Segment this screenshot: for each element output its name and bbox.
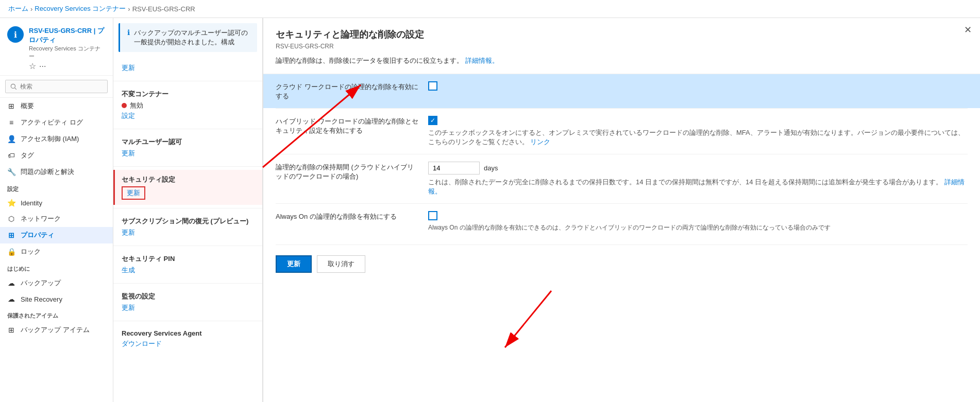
dialog-close-button[interactable]: ✕ [964,24,972,36]
recovery-agent-link[interactable]: ダウンロード [122,339,254,348]
cancel-button[interactable]: 取り消す [317,255,365,273]
network-icon: ⬡ [7,215,15,223]
info-banner: ℹ バックアップのマルチユーザー認可の一般提供が開始されました。構成 [119,23,257,52]
cloud-soft-delete-label: クラウド ワークロードの論理的な削除を有効にする [276,81,420,101]
site-recovery-icon: ☁ [7,295,15,303]
sidebar: ℹ RSV-EUS-GRS-CRR | プロパティ Recovery Servi… [0,18,113,402]
multi-user-title: マルチユーザー認可 [122,137,254,147]
info-text: バックアップのマルチユーザー認可の一般提供が開始されました。構成 [134,28,250,47]
dialog-row-cloud-soft-delete: クラウド ワークロードの論理的な削除を有効にする [263,74,980,108]
days-row: days [428,162,968,174]
dialog-detail-link[interactable]: 詳細情報。 [465,57,499,64]
top-update-link[interactable]: 更新 [122,63,254,73]
sidebar-actions: ☆ ··· [29,61,106,71]
retention-control: days これは、削除されたデータが完全に削除されるまでの保持日数です。14 日… [428,162,968,196]
resource-icon: ℹ [7,26,24,43]
section-settings-label: 設定 [0,180,113,195]
lock-icon: 🔒 [7,248,15,256]
security-pin-title: セキュリティ PIN [122,254,254,264]
breadcrumb-container[interactable]: Recovery Services コンテナー [35,4,126,13]
backup-items-icon: ⊞ [7,326,15,334]
update-button[interactable]: 更新 [276,255,312,273]
dialog-row-hybrid: ハイブリッド ワークロードの論理的な削除とセキュリティ設定を有効にする このチェ… [276,108,968,154]
section-security-settings: セキュリティ設定 更新 [113,170,262,205]
sidebar-item-backup-items[interactable]: ⊞ バックアップ アイテム [0,322,113,338]
always-on-desc: Always On の論理的な削除を有効にできるのは、クラウドとハイブリッドのワ… [428,223,968,232]
always-on-checkbox[interactable] [428,211,437,220]
dialog-panel: ✕ セキュリティと論理的な削除の設定 RSV-EUS-GRS-CRR 論理的な削… [263,18,980,402]
sidebar-title: RSV-EUS-GRS-CRR | プロパティ [29,26,106,45]
sidebar-item-backup[interactable]: ☁ バックアップ [0,275,113,291]
properties-icon: ⊞ [7,231,15,239]
sidebar-item-access-control[interactable]: 👤 アクセス制御 (IAM) [0,131,113,147]
retention-days-input[interactable] [428,162,480,174]
middle-panel: ℹ バックアップのマルチユーザー認可の一般提供が開始されました。構成 更新 不変… [113,18,263,402]
immutable-title: 不変コンテナー [122,90,254,99]
status-dot-red [122,103,127,108]
section-cross-subscription: サブスクリプション間の復元 (プレビュー) 更新 [113,212,262,242]
sidebar-item-identity[interactable]: ⭐ Identity [0,195,113,211]
cloud-soft-delete-control [428,81,968,91]
section-immutable: 不変コンテナー 無効 設定 [113,84,262,126]
breadcrumb-home[interactable]: ホーム [8,4,28,13]
backup-icon: ☁ [7,279,15,287]
sidebar-item-lock-label: ロック [21,247,41,256]
sidebar-item-properties-label: プロパティ [21,231,54,240]
recovery-agent-title: Recovery Services Agent [122,329,254,337]
more-icon[interactable]: ··· [39,62,46,71]
sidebar-item-activity-label: アクティビティ ログ [21,118,83,127]
sidebar-item-lock[interactable]: 🔒 ロック [0,243,113,260]
sidebar-item-overview[interactable]: ⊞ 概要 [0,98,113,114]
sidebar-item-site-recovery[interactable]: ☁ Site Recovery [0,291,113,307]
sidebar-item-tags-label: タグ [21,151,34,160]
section-top-update: 更新 [113,57,262,78]
overview-icon: ⊞ [7,102,15,110]
sidebar-item-diagnose[interactable]: 🔧 問題の診断と解決 [0,164,113,180]
hybrid-desc-link[interactable]: リンク [530,138,550,146]
monitoring-link[interactable]: 更新 [122,303,254,312]
section-multi-user: マルチユーザー認可 更新 [113,132,262,163]
section-security-pin: セキュリティ PIN 生成 [113,249,262,280]
security-settings-title: セキュリティ設定 [122,175,254,184]
dialog-description: 論理的な削除は、削除後にデータを復旧するのに役立ちます。 詳細情報。 [276,56,968,65]
sidebar-item-properties[interactable]: ⊞ プロパティ [0,227,113,243]
hybrid-desc: このチェックボックスをオンにすると、オンプレミスで実行されているワークロードの論… [428,128,968,147]
dialog-title: セキュリティと論理的な削除の設定 [276,28,968,41]
hybrid-control: このチェックボックスをオンにすると、オンプレミスで実行されているワークロードの論… [428,116,968,147]
identity-icon: ⭐ [7,199,15,207]
immutable-link[interactable]: 設定 [122,111,254,120]
sidebar-subtitle: Recovery Services コンテナー [29,45,106,60]
hybrid-label: ハイブリッド ワークロードの論理的な削除とセキュリティ設定を有効にする [276,116,420,135]
immutable-status-text: 無効 [130,101,143,110]
always-on-label: Always On の論理的な削除を有効にする [276,211,420,221]
immutable-status: 無効 [122,101,254,110]
dialog-row-always-on: Always On の論理的な削除を有効にする Always On の論理的な削… [276,203,968,239]
search-box [0,76,113,98]
sidebar-item-backup-label: バックアップ [21,278,61,288]
sidebar-nav: ⊞ 概要 ≡ アクティビティ ログ 👤 アクセス制御 (IAM) 🏷 タグ 🔧 … [0,98,113,338]
sidebar-item-backup-items-label: バックアップ アイテム [21,325,90,335]
sidebar-item-overview-label: 概要 [21,101,34,111]
retention-label: 論理的な削除の保持期間 (クラウドとハイブリッドのワークロードの場合) [276,162,420,181]
retention-desc: これは、削除されたデータが完全に削除されるまでの保持日数です。14 日までの保持… [428,178,968,196]
sidebar-item-tags[interactable]: 🏷 タグ [0,147,113,164]
sidebar-item-identity-label: Identity [21,199,42,207]
favorite-icon[interactable]: ☆ [29,61,36,71]
cross-sub-link[interactable]: 更新 [122,228,254,237]
sidebar-item-network[interactable]: ⬡ ネットワーク [0,211,113,227]
cloud-soft-delete-checkbox[interactable] [428,81,437,91]
breadcrumb-resource: RSV-EUS-GRS-CRR [132,5,195,13]
access-control-icon: 👤 [7,135,15,143]
multi-user-link[interactable]: 更新 [122,149,254,158]
sidebar-item-activity-log[interactable]: ≡ アクティビティ ログ [0,114,113,131]
security-pin-link[interactable]: 生成 [122,266,254,275]
always-on-control: Always On の論理的な削除を有効にできるのは、クラウドとハイブリッドのワ… [428,211,968,232]
search-input[interactable] [5,80,108,93]
section-protected-label: 保護されたアイテム [0,307,113,322]
activity-log-icon: ≡ [7,118,15,127]
cross-sub-title: サブスクリプション間の復元 (プレビュー) [122,217,254,226]
diagnose-icon: 🔧 [7,168,15,176]
hybrid-checkbox[interactable] [428,116,437,125]
security-update-button[interactable]: 更新 [122,186,145,200]
sidebar-item-site-recovery-label: Site Recovery [21,295,62,303]
